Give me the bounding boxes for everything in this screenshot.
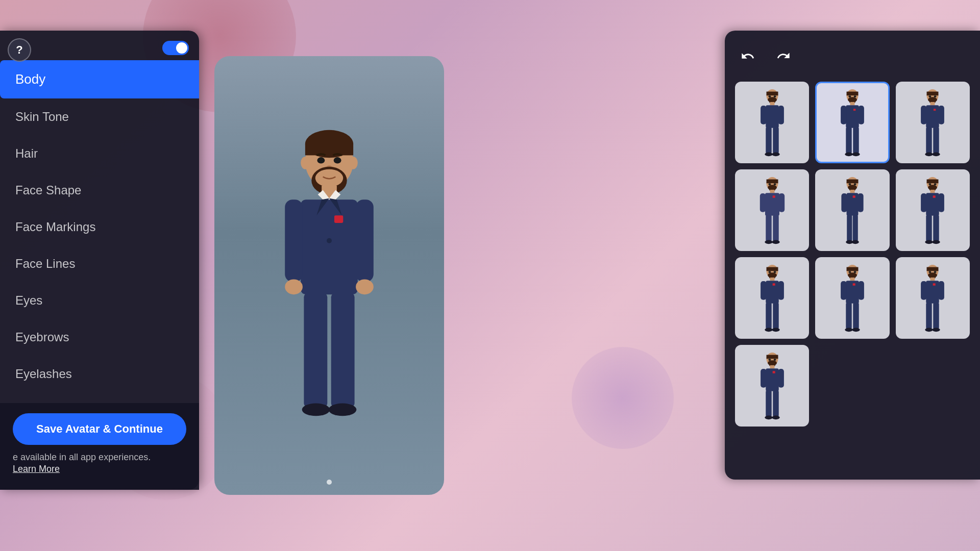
svg-rect-162 [770, 365, 774, 368]
svg-rect-149 [921, 281, 926, 300]
avatar-option-9[interactable] [896, 257, 970, 339]
svg-rect-165 [778, 369, 783, 388]
svg-rect-91 [853, 195, 855, 197]
svg-point-64 [925, 153, 933, 157]
svg-point-34 [765, 153, 772, 157]
bottom-note: e available in all app experiences. [13, 451, 186, 464]
avatar-option-8[interactable] [815, 257, 889, 339]
svg-rect-108 [934, 215, 939, 241]
svg-point-4 [349, 157, 357, 169]
svg-point-6 [334, 157, 341, 163]
svg-rect-2 [305, 144, 353, 155]
svg-rect-164 [761, 369, 766, 388]
nav-item-skin-tone[interactable]: Skin Tone [0, 98, 199, 135]
svg-rect-63 [934, 128, 939, 154]
svg-rect-62 [926, 128, 932, 154]
svg-point-85 [854, 183, 856, 185]
svg-rect-97 [927, 180, 939, 184]
redo-button[interactable] [771, 43, 796, 69]
svg-rect-118 [766, 281, 778, 304]
svg-rect-73 [765, 193, 779, 216]
svg-rect-119 [761, 281, 766, 300]
avatar-option-2[interactable] [815, 82, 889, 163]
main-avatar [258, 117, 401, 434]
svg-rect-14 [285, 199, 303, 282]
svg-rect-117 [770, 278, 774, 281]
svg-rect-11 [301, 199, 358, 294]
svg-point-110 [933, 240, 940, 244]
svg-rect-87 [850, 190, 855, 193]
avatar-option-10[interactable] [735, 345, 809, 427]
svg-rect-137 [846, 303, 851, 329]
svg-point-169 [765, 416, 772, 420]
avatar-selection-grid [735, 82, 970, 427]
svg-rect-57 [930, 102, 935, 105]
svg-rect-59 [921, 106, 926, 124]
svg-rect-19 [331, 293, 355, 407]
svg-rect-135 [858, 281, 864, 300]
svg-rect-133 [846, 281, 859, 304]
bg-decoration-3 [572, 347, 674, 449]
svg-rect-89 [841, 193, 847, 212]
svg-rect-166 [772, 371, 775, 373]
svg-rect-42 [850, 102, 855, 105]
svg-rect-23 [766, 92, 778, 96]
svg-rect-43 [846, 105, 859, 128]
svg-point-109 [925, 240, 933, 244]
svg-rect-37 [847, 92, 859, 96]
svg-point-140 [852, 328, 860, 332]
nav-item-eyes[interactable]: Eyes [0, 282, 199, 319]
nav-item-face-lines[interactable]: Face Lines [0, 245, 199, 282]
right-panel [725, 31, 980, 480]
svg-point-3 [301, 157, 309, 169]
nav-item-eyelashes[interactable]: Eyelashes [0, 356, 199, 392]
avatar-option-5[interactable] [815, 169, 889, 251]
avatar-option-7[interactable] [735, 257, 809, 339]
svg-rect-138 [853, 303, 859, 329]
svg-point-17 [356, 279, 374, 294]
redo-icon [776, 49, 791, 63]
svg-point-99 [929, 183, 932, 185]
svg-rect-151 [933, 283, 936, 285]
nav-item-face-markings[interactable]: Face Markings [0, 209, 199, 245]
left-panel: Body Skin Tone Hair Face Shape Face Mark… [0, 31, 199, 490]
svg-rect-150 [939, 281, 944, 300]
svg-rect-134 [841, 281, 846, 300]
svg-point-100 [934, 183, 937, 185]
svg-point-95 [852, 240, 859, 244]
learn-more-link[interactable]: Learn More [13, 464, 186, 474]
nav-item-body[interactable]: Body [0, 60, 199, 98]
svg-point-25 [768, 95, 771, 97]
save-avatar-button[interactable]: Save Avatar & Continue [13, 413, 186, 445]
svg-rect-102 [930, 190, 935, 193]
svg-rect-72 [770, 190, 774, 193]
svg-rect-52 [927, 92, 939, 96]
svg-rect-122 [766, 303, 771, 329]
help-icon[interactable]: ? [8, 38, 31, 62]
svg-rect-104 [921, 193, 926, 212]
nav-item-hair[interactable]: Hair [0, 135, 199, 172]
svg-point-13 [327, 238, 332, 243]
svg-rect-32 [766, 128, 771, 154]
nav-item-eyebrows[interactable]: Eyebrows [0, 319, 199, 356]
avatar-option-4[interactable] [735, 169, 809, 251]
svg-rect-106 [933, 195, 936, 197]
nav-item-face-shape[interactable]: Face Shape [0, 172, 199, 209]
svg-rect-112 [766, 267, 778, 271]
avatar-option-1[interactable] [735, 82, 809, 163]
svg-point-55 [934, 95, 937, 97]
avatar-option-6[interactable] [896, 169, 970, 251]
svg-point-70 [773, 183, 776, 185]
svg-point-144 [929, 271, 932, 273]
svg-point-114 [768, 271, 771, 273]
toggle-switch[interactable] [162, 41, 189, 55]
svg-point-16 [285, 279, 303, 294]
svg-rect-88 [847, 193, 859, 216]
svg-point-49 [845, 153, 852, 157]
svg-rect-18 [304, 293, 327, 407]
svg-point-130 [854, 271, 856, 273]
svg-rect-33 [773, 128, 778, 154]
svg-rect-75 [778, 193, 784, 212]
undo-button[interactable] [735, 43, 761, 69]
avatar-option-3[interactable] [896, 82, 970, 163]
